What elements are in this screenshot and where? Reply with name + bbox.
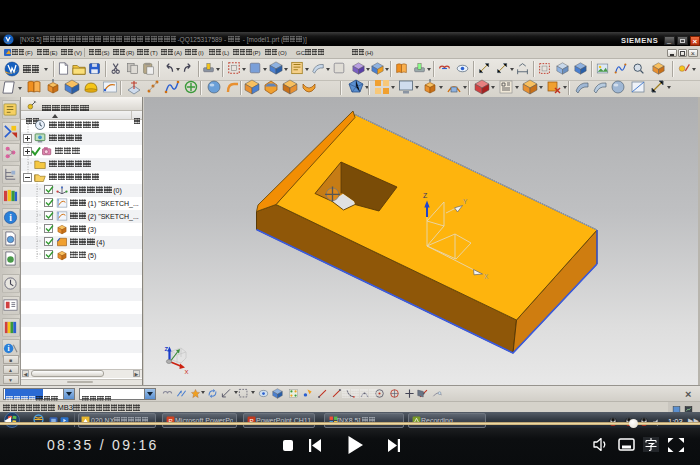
svg-text:Z: Z bbox=[165, 346, 169, 352]
svg-text:i: i bbox=[8, 344, 10, 353]
svg-text:X: X bbox=[484, 273, 489, 280]
svg-text:i: i bbox=[9, 213, 12, 223]
svg-text:Y: Y bbox=[463, 198, 468, 205]
svg-text:X: X bbox=[185, 369, 189, 375]
svg-text:Z: Z bbox=[423, 192, 428, 199]
